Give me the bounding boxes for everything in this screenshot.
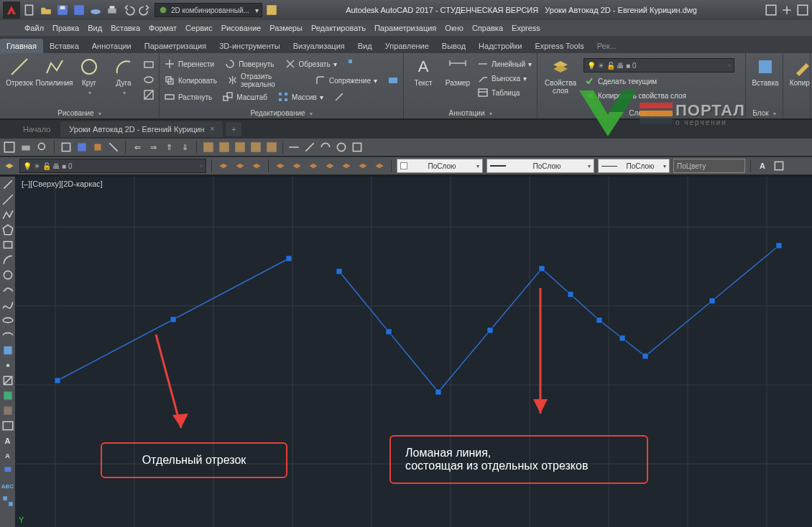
menu-parametric[interactable]: Параметризация xyxy=(374,24,436,32)
ribbon-tab-home[interactable]: Главная xyxy=(0,39,43,53)
layer-tool-2[interactable] xyxy=(234,159,246,172)
ribbon-tab-parametric[interactable]: Параметризация xyxy=(138,39,213,53)
linetype-dropdown[interactable]: ПоСлою xyxy=(486,159,594,173)
lt-ellipsearc-icon[interactable] xyxy=(1,329,14,342)
lt-xline-icon[interactable] xyxy=(1,193,14,206)
tool-extra-2[interactable] xyxy=(387,73,399,88)
group-annot-label[interactable]: Аннотации xyxy=(408,108,532,118)
tool-extra-3[interactable] xyxy=(333,91,345,103)
doc-tab-start[interactable]: Начало xyxy=(14,121,59,137)
ribbon-tab-output[interactable]: Вывод xyxy=(435,39,472,53)
save-icon[interactable] xyxy=(56,4,69,17)
row1-nav-1[interactable]: ⇐ xyxy=(131,141,144,154)
row1-hatch-2[interactable] xyxy=(218,141,231,154)
menu-dimension[interactable]: Размеры xyxy=(269,24,303,32)
row1-icon-c[interactable] xyxy=(91,141,104,154)
tool-copy-layer-props[interactable]: Копировать свойства слоя xyxy=(583,90,741,101)
titlebar-icon-2[interactable] xyxy=(780,4,793,17)
ribbon-tab-manage[interactable]: Управление xyxy=(379,39,435,53)
ribbon-tab-3dtools[interactable]: 3D-инструменты xyxy=(213,39,287,53)
menu-express[interactable]: Express xyxy=(512,24,540,32)
row1-hatch-4[interactable] xyxy=(249,141,262,154)
menu-modify[interactable]: Редактировать xyxy=(311,24,366,32)
row1-dim-2[interactable] xyxy=(303,141,316,154)
row1-icon-b[interactable] xyxy=(75,141,88,154)
tool-stretch[interactable]: Растянуть xyxy=(164,91,212,103)
group-block-label[interactable]: Блок xyxy=(750,108,778,118)
tool-copy-props[interactable]: Копир... xyxy=(788,56,811,87)
ribbon-tab-view[interactable]: Вид xyxy=(351,39,379,53)
lt-paint-icon[interactable] xyxy=(1,465,14,477)
titlebar-icon-3[interactable] xyxy=(796,4,809,17)
polyline-segments[interactable] xyxy=(339,246,779,392)
lt-group-icon[interactable] xyxy=(1,495,14,508)
tool-text[interactable]: AТекст xyxy=(408,56,438,87)
row1-nav-2[interactable]: ⇒ xyxy=(147,141,160,154)
lt-spline-icon[interactable] xyxy=(1,299,14,312)
row1-dim-3[interactable] xyxy=(319,141,332,154)
redo-icon[interactable] xyxy=(139,4,152,17)
tool-line[interactable]: Отрезок xyxy=(4,56,34,87)
st1-print-icon[interactable] xyxy=(19,141,32,154)
lt-polyline-icon[interactable] xyxy=(1,208,14,221)
tool-rotate[interactable]: Повернуть xyxy=(224,58,274,70)
print-icon[interactable] xyxy=(106,4,119,17)
row1-hatch-5[interactable] xyxy=(265,141,278,154)
layer-tool-1[interactable] xyxy=(217,159,230,172)
tool-polyline[interactable]: Полилиния xyxy=(39,56,70,87)
lt-polygon-icon[interactable] xyxy=(1,223,14,236)
ribbon-tab-visualize[interactable]: Визуализация xyxy=(287,39,351,53)
lt-attr-icon[interactable]: ABC xyxy=(1,480,14,493)
ribbon-tab-insert[interactable]: Вставка xyxy=(43,39,86,53)
lineweight-dropdown[interactable]: ПоСлою xyxy=(598,159,670,173)
layer-tool-7[interactable] xyxy=(323,159,336,172)
tool-insert-block[interactable]: Вставка xyxy=(750,56,780,87)
group-layers-label[interactable]: Слои xyxy=(542,108,741,118)
st1-preview-icon[interactable] xyxy=(36,141,49,154)
tool-layer-props[interactable]: Свойства слоя xyxy=(542,56,579,95)
layer-nav-icon[interactable] xyxy=(3,159,16,172)
workspace-save-icon[interactable] xyxy=(265,4,278,17)
lt-revcloud-icon[interactable] xyxy=(1,284,14,297)
tool-circle[interactable]: Круг xyxy=(74,56,104,96)
menu-draw[interactable]: Рисование xyxy=(221,24,261,32)
app-logo-icon[interactable] xyxy=(3,1,20,19)
row1-dim-4[interactable] xyxy=(335,141,348,154)
layer-tool-3[interactable] xyxy=(250,159,263,172)
layer-tool-5[interactable] xyxy=(290,159,303,172)
row1-dim-1[interactable] xyxy=(287,141,300,154)
tool-ellipse[interactable] xyxy=(143,74,154,85)
row1-hatch-3[interactable] xyxy=(234,141,246,154)
layer-tool-4[interactable] xyxy=(274,159,287,172)
tool-leader[interactable]: Выноска ▾ xyxy=(477,73,532,84)
tool-trim[interactable]: Обрезать ▾ xyxy=(285,58,337,70)
ribbon-tab-addins[interactable]: Надстройки xyxy=(472,39,528,53)
tool-copy[interactable]: Копировать xyxy=(164,73,217,88)
color-dropdown[interactable]: ПоСлою xyxy=(397,159,483,173)
close-tab-icon[interactable]: × xyxy=(211,125,215,133)
new-icon[interactable] xyxy=(23,4,36,17)
group-draw-label[interactable]: Рисование xyxy=(4,108,154,118)
tool-fillet[interactable]: Сопряжение ▾ xyxy=(315,73,377,88)
menu-edit[interactable]: Правка xyxy=(52,24,79,32)
lt-point-icon[interactable] xyxy=(1,359,14,372)
undo-icon[interactable] xyxy=(122,4,135,17)
layer-state-dropdown[interactable]: 💡 ☀ 🔓 🖶 ■ 0 xyxy=(19,159,206,173)
lt-region-icon[interactable] xyxy=(1,404,14,417)
tool-extra-1[interactable] xyxy=(347,58,359,70)
lt-rect-icon[interactable] xyxy=(1,238,14,251)
tool-scale[interactable]: Масштаб xyxy=(222,91,267,103)
tool-table[interactable]: Таблица xyxy=(477,87,532,98)
save-as-icon[interactable] xyxy=(73,4,86,17)
lt-table-icon[interactable] xyxy=(1,419,14,432)
tool-arc[interactable]: Дуга xyxy=(109,56,139,96)
drawing-canvas[interactable]: [–][Сверху][2D-каркас] xyxy=(16,177,812,527)
layer-tool-8[interactable] xyxy=(340,159,353,172)
open-icon[interactable] xyxy=(40,4,52,17)
lt-hatch-icon[interactable] xyxy=(1,374,14,387)
tool-linear[interactable]: Линейный ▾ xyxy=(477,58,532,70)
lt-arc-icon[interactable] xyxy=(1,253,14,266)
ribbon-tab-annotate[interactable]: Аннотации xyxy=(86,39,138,53)
menu-tools[interactable]: Сервис xyxy=(185,24,213,32)
lt-circle-icon[interactable] xyxy=(1,269,14,281)
